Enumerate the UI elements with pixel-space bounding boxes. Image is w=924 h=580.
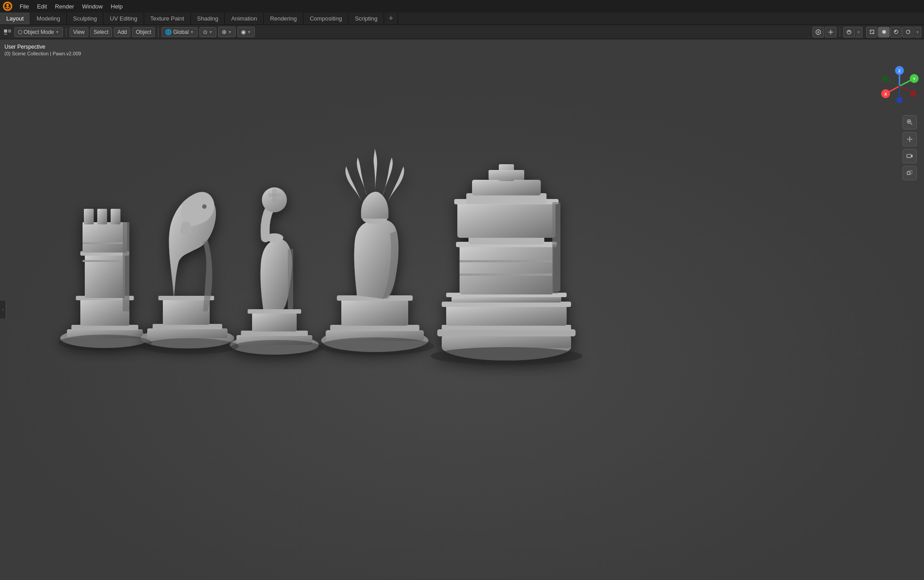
viewport-shading-group: ▾ xyxy=(866,27,921,37)
viewport-camera-btn[interactable] xyxy=(812,27,824,37)
tab-animation[interactable]: Animation xyxy=(225,12,264,25)
shade-dropdown-btn[interactable]: ▾ xyxy=(914,27,921,37)
separator-3 xyxy=(840,28,840,37)
svg-point-16 xyxy=(882,30,886,33)
toggle-arrow-icon: ‹ xyxy=(2,307,4,312)
snap-icon: ⊕ xyxy=(222,29,227,35)
svg-rect-91 xyxy=(457,202,555,238)
svg-text:X: X xyxy=(884,92,887,96)
svg-rect-58 xyxy=(83,242,123,244)
tab-layout[interactable]: Layout xyxy=(0,12,30,25)
wire-shade-btn[interactable] xyxy=(866,27,878,37)
overlay-dropdown-btn[interactable]: ▾ xyxy=(855,27,862,37)
svg-rect-49 xyxy=(80,298,129,326)
object-mode-selector[interactable]: ⬡ Object Mode ▼ xyxy=(14,27,63,37)
pivot-icon: ⊙ xyxy=(203,29,207,35)
axis-gizmo[interactable]: Z Y X xyxy=(879,66,915,102)
add-workspace-tab[interactable]: + xyxy=(384,12,398,25)
separator-2 xyxy=(158,28,158,37)
svg-point-105 xyxy=(318,337,434,355)
gizmo-area: Z Y X xyxy=(879,66,915,106)
separator-1 xyxy=(66,28,66,37)
right-toolbar xyxy=(903,115,917,180)
zoom-tool-btn[interactable] xyxy=(903,115,917,129)
overlay-controls-group: ▾ xyxy=(843,27,862,37)
svg-rect-99 xyxy=(460,260,552,262)
tab-texture-paint[interactable]: Texture Paint xyxy=(144,12,191,25)
blender-logo xyxy=(3,1,12,11)
svg-point-101 xyxy=(431,347,582,365)
view-menu-btn[interactable]: View xyxy=(70,27,88,37)
material-shade-btn[interactable] xyxy=(890,27,902,37)
svg-rect-73 xyxy=(288,249,293,309)
menu-render[interactable]: Render xyxy=(51,2,78,11)
svg-point-65 xyxy=(202,204,207,209)
left-panel-toggle[interactable]: ‹ xyxy=(0,301,6,319)
menu-window[interactable]: Window xyxy=(79,2,106,11)
snap-dropdown-arrow: ▼ xyxy=(228,30,232,34)
perspective-label: User Perspective xyxy=(4,44,81,50)
global-orient-icon: 🌐 xyxy=(165,29,172,35)
global-orient-label: Global xyxy=(173,29,189,35)
tab-compositing[interactable]: Compositing xyxy=(303,12,348,25)
tab-modeling[interactable]: Modeling xyxy=(30,12,67,25)
pivot-dropdown-arrow: ▼ xyxy=(209,30,213,34)
menu-help[interactable]: Help xyxy=(107,2,126,11)
viewport-info: User Perspective (0) Scene Collection | … xyxy=(4,44,81,56)
top-menu-bar: File Edit Render Window Help xyxy=(0,0,924,12)
svg-point-32 xyxy=(882,75,888,82)
svg-point-10 xyxy=(817,31,819,33)
svg-rect-3 xyxy=(7,6,8,9)
svg-text:Y: Y xyxy=(913,77,916,81)
transform-orientation-btn[interactable]: 🌐 Global ▼ xyxy=(162,27,198,37)
svg-rect-6 xyxy=(4,29,7,33)
svg-rect-7 xyxy=(8,29,11,33)
workspace-tabs: Layout Modeling Sculpting UV Editing Tex… xyxy=(0,12,924,25)
object-mode-label: Object Mode xyxy=(24,29,54,35)
svg-line-15 xyxy=(870,30,874,33)
select-menu-btn[interactable]: Select xyxy=(90,27,112,37)
object-menu-btn[interactable]: Object xyxy=(132,27,155,37)
menu-file[interactable]: File xyxy=(16,2,33,11)
chess-scene xyxy=(0,39,924,579)
overlay-btn[interactable] xyxy=(843,27,855,37)
svg-point-18 xyxy=(895,30,896,32)
svg-rect-57 xyxy=(123,222,129,311)
svg-rect-59 xyxy=(83,260,123,262)
gizmo-overlay-group xyxy=(812,27,837,37)
solid-shade-btn[interactable] xyxy=(878,27,890,37)
svg-rect-63 xyxy=(163,298,210,325)
rendered-shade-btn[interactable] xyxy=(902,27,914,37)
svg-point-104 xyxy=(230,340,323,356)
svg-rect-8 xyxy=(4,33,7,35)
pivot-point-btn[interactable]: ⊙ ▼ xyxy=(199,27,216,37)
add-menu-btn[interactable]: Add xyxy=(114,27,130,37)
svg-point-103 xyxy=(141,338,239,354)
viewport-gizmo-btn[interactable] xyxy=(825,27,837,37)
svg-line-36 xyxy=(911,123,912,125)
orthographic-view-btn[interactable] xyxy=(903,166,917,180)
svg-rect-77 xyxy=(341,298,408,326)
svg-rect-61 xyxy=(147,328,228,338)
svg-rect-54 xyxy=(84,209,94,224)
svg-rect-96 xyxy=(489,170,524,180)
tab-sculpting[interactable]: Sculpting xyxy=(67,12,104,25)
svg-rect-56 xyxy=(111,209,120,224)
proportional-edit-btn[interactable]: ◉ ▼ xyxy=(237,27,255,37)
svg-rect-39 xyxy=(907,154,912,157)
tab-scripting[interactable]: Scripting xyxy=(348,12,384,25)
snap-btn[interactable]: ⊕ ▼ xyxy=(218,27,236,37)
svg-rect-84 xyxy=(446,305,567,326)
tab-rendering[interactable]: Rendering xyxy=(264,12,303,25)
svg-point-5 xyxy=(8,7,10,8)
collection-label: (0) Scene Collection | Pawn.v2.009 xyxy=(4,51,81,56)
viewport[interactable]: ‹ User Perspective (0) Scene Collection … xyxy=(0,39,924,580)
svg-point-4 xyxy=(5,7,7,8)
svg-rect-40 xyxy=(907,172,910,174)
svg-rect-53 xyxy=(83,222,127,253)
camera-view-btn[interactable] xyxy=(903,149,917,163)
menu-edit[interactable]: Edit xyxy=(33,2,50,11)
pan-tool-btn[interactable] xyxy=(903,132,917,146)
tab-uv-editing[interactable]: UV Editing xyxy=(104,12,144,25)
tab-shading[interactable]: Shading xyxy=(191,12,225,25)
